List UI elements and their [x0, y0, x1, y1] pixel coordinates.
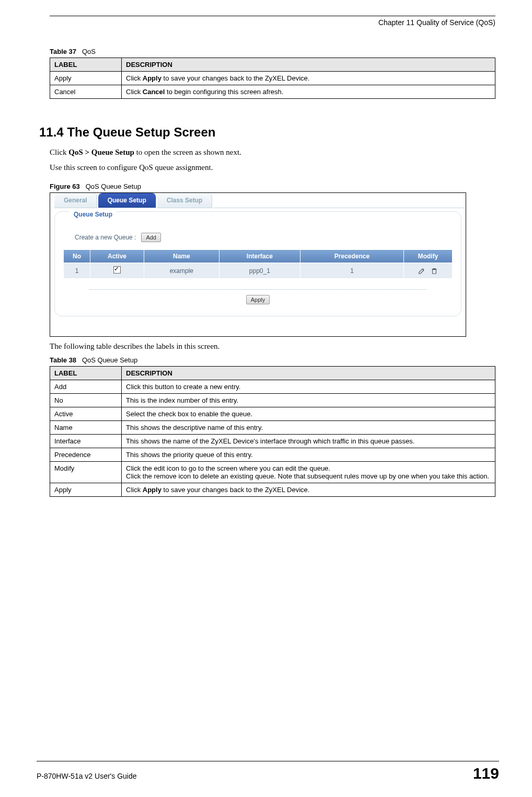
table-row: Precedence This shows the priority queue… [50, 448, 495, 462]
cell-label: Modify [50, 462, 122, 483]
table-row: Name This shows the descriptive name of … [50, 421, 495, 435]
cell-label: Precedence [50, 448, 122, 462]
footer-guide: P-870HW-51a v2 User's Guide [37, 772, 137, 780]
table37-head-label: LABEL [50, 58, 122, 72]
tab-queue-setup[interactable]: Queue Setup [98, 193, 156, 208]
qcell-modify [404, 263, 453, 279]
cell-label: Apply [50, 72, 122, 85]
cell-desc: Select the check box to enable the queue… [122, 407, 495, 421]
create-label: Create a new Queue : [75, 234, 136, 241]
delete-icon[interactable] [431, 267, 438, 275]
table-row: Active Select the check box to enable th… [50, 407, 495, 421]
table38: LABEL DESCRIPTION Add Click this button … [50, 366, 495, 497]
cell-label: Add [50, 380, 122, 394]
qhead-modify: Modify [404, 250, 453, 263]
figure63-caption-title: QoS Queue Setup [86, 183, 141, 190]
cell-label: Name [50, 421, 122, 435]
cell-desc: This shows the descriptive name of this … [122, 421, 495, 435]
qhead-name: Name [144, 250, 219, 263]
tab-bar: General Queue Setup Class Setup [50, 193, 466, 208]
qhead-precedence: Precedence [300, 250, 403, 263]
queue-table: No Active Name Interface Precedence Modi… [63, 249, 453, 279]
page-number: 119 [473, 765, 499, 782]
queue-row: 1 example ppp0_1 1 [64, 263, 453, 279]
table37-head-desc: DESCRIPTION [122, 58, 495, 72]
qcell-name: example [144, 263, 219, 279]
table-row: Interface This shows the name of the ZyX… [50, 435, 495, 448]
qhead-interface: Interface [219, 250, 300, 263]
table37-caption-prefix: Table 37 [50, 48, 76, 55]
table-row: Cancel Click Cancel to begin configuring… [50, 85, 495, 99]
edit-icon[interactable] [418, 267, 425, 275]
cell-desc: Click Apply to save your changes back to… [122, 72, 495, 85]
apply-button[interactable]: Apply [246, 295, 270, 304]
cell-label: Apply [50, 483, 122, 497]
cell-label: Cancel [50, 85, 122, 99]
cell-label: Interface [50, 435, 122, 448]
screenshot: General Queue Setup Class Setup Queue Se… [50, 192, 466, 337]
figure63-caption-prefix: Figure 63 [50, 183, 80, 190]
cell-desc: Click Cancel to begin configuring this s… [122, 85, 495, 99]
cell-label: No [50, 394, 122, 407]
table-row: Apply Click Apply to save your changes b… [50, 483, 495, 497]
cell-desc: Click Apply to save your changes back to… [122, 483, 495, 497]
section-p2: Use this screen to configure QoS queue a… [50, 162, 495, 173]
table-row: Modify Click the edit icon to go to the … [50, 462, 495, 483]
table38-caption-prefix: Table 38 [50, 356, 76, 364]
qcell-active [90, 263, 144, 279]
section-p1: Click QoS > Queue Setup to open the scre… [50, 147, 495, 158]
divider [89, 289, 426, 290]
cell-desc: This is the index number of this entry. [122, 394, 495, 407]
table38-head-label: LABEL [50, 367, 122, 380]
table38-caption-title: QoS Queue Setup [82, 356, 137, 364]
cell-desc: This shows the priority queue of this en… [122, 448, 495, 462]
table-row: Apply Click Apply to save your changes b… [50, 72, 495, 85]
qcell-precedence: 1 [300, 263, 403, 279]
table-row: No This is the index number of this entr… [50, 394, 495, 407]
post-figure-text: The following table describes the labels… [50, 341, 495, 352]
active-checkbox[interactable] [113, 266, 121, 274]
table38-head-desc: DESCRIPTION [122, 367, 495, 380]
tab-general[interactable]: General [54, 193, 97, 208]
footer: P-870HW-51a v2 User's Guide 119 [37, 761, 499, 782]
table37: LABEL DESCRIPTION Apply Click Apply to s… [50, 58, 495, 99]
qcell-no: 1 [64, 263, 90, 279]
cell-desc: Click the edit icon to go to the screen … [122, 462, 495, 483]
section-title: 11.4 The Queue Setup Screen [39, 125, 495, 140]
add-button[interactable]: Add [141, 233, 161, 242]
figure63-caption: Figure 63 QoS Queue Setup [50, 183, 495, 190]
table-row: Add Click this button to create a new en… [50, 380, 495, 394]
cell-desc: This shows the name of the ZyXEL Device'… [122, 435, 495, 448]
table38-caption: Table 38 QoS Queue Setup [50, 356, 495, 364]
cell-desc: Click this button to create a new entry. [122, 380, 495, 394]
panel-title: Queue Setup [70, 211, 117, 218]
qcell-interface: ppp0_1 [219, 263, 300, 279]
qhead-no: No [64, 250, 90, 263]
table37-caption-title: QoS [82, 48, 96, 55]
tab-class-setup[interactable]: Class Setup [157, 193, 213, 208]
cell-label: Active [50, 407, 122, 421]
qhead-active: Active [90, 250, 144, 263]
table37-caption: Table 37 QoS [50, 48, 495, 55]
chapter-title: Chapter 11 Quality of Service (QoS) [50, 18, 495, 27]
